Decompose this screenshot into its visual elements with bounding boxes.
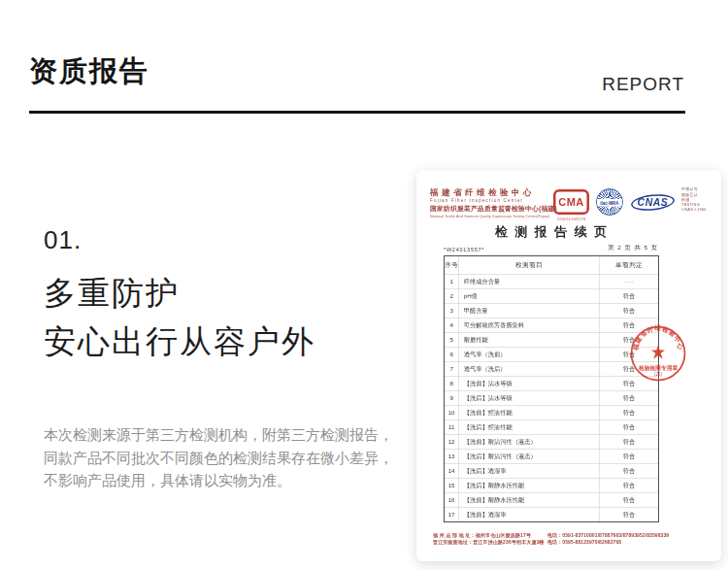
row-index-cell: 16 <box>445 493 459 508</box>
test-item-cell: 透气率（洗后） <box>459 362 600 377</box>
row-index-cell: 14 <box>445 464 459 479</box>
report-paper-wrapper: 福建省纤维检验中心 Fujian Fiber Inspection Center… <box>416 170 721 561</box>
table-row: 2 pH值 符合 <box>445 289 659 304</box>
footer-address-1: 福 州 总 部 地 址：福州市仓山区燎原路17号 <box>433 531 547 539</box>
footer-address-2: 晋江实验室地址：晋江市洪山路236号明丰大厦3楼 <box>433 539 547 547</box>
col-header-test-item: 检测项目 <box>459 256 600 275</box>
report-page-info: 第 2 页 共 5 页 <box>608 244 658 252</box>
page-title: 资质报告 <box>29 52 149 91</box>
stamp-star-icon <box>651 345 665 359</box>
row-index-cell: 1 <box>445 275 459 289</box>
table-row: 13 【洗后】耐沾污性（液态） 符合 <box>445 450 659 464</box>
table-row: 7 透气率（洗后） 符合 <box>445 362 659 377</box>
row-index-cell: 5 <box>445 333 459 348</box>
verdict-cell: 符合 <box>600 289 659 304</box>
cma-certificate-number: 220011348578 <box>553 217 589 221</box>
verdict-cell: 符合 <box>600 406 659 420</box>
intro-description-line3: 不影响产品使用，具体请以实物为准。 <box>44 472 291 488</box>
report-table: 序号 检测项目 单项判定 1 纤维成分含量 ---- 2 pH值 符合 3 甲醛… <box>444 255 659 522</box>
test-item-cell: 【洗后】拒油性能 <box>459 420 600 435</box>
test-item-cell: 【洗前】耐静水压性能 <box>459 493 600 508</box>
table-row: 14 【洗后】透湿率 符合 <box>445 464 659 479</box>
table-header-row: 序号 检测项目 单项判定 <box>445 256 659 275</box>
report-footer: 福 州 总 部 地 址：福州市仓山区燎原路17号 电话：0591-8371080… <box>433 531 708 546</box>
test-item-cell: 耐磨性能 <box>459 333 600 348</box>
row-index-cell: 15 <box>445 479 459 493</box>
report-doc-number: *W24013557* <box>444 247 484 252</box>
verdict-cell: 符合 <box>600 304 659 319</box>
intro-index: 01. <box>44 225 82 255</box>
test-item-cell: 透气率（洗前） <box>459 348 600 362</box>
verdict-cell: 符合 <box>600 493 659 508</box>
test-item-cell: 【洗前】透湿率 <box>459 508 600 522</box>
inspection-seal-stamp: 福建省纤维检验中心 检验检测专用章 (22) <box>629 324 687 383</box>
table-row: 9 【洗后】沾水等级 符合 <box>445 391 659 406</box>
cnas-logo-icon: CNAS <box>631 191 675 214</box>
table-row: 12 【洗前】耐沾污性（液态） 符合 <box>445 435 659 450</box>
row-index-cell: 12 <box>445 435 459 450</box>
test-item-cell: 【洗后】沾水等级 <box>459 391 600 406</box>
intro-description-line1: 本次检测来源于第三方检测机构，附第三方检测报告， <box>44 426 393 443</box>
table-row: 6 透气率（洗前） 符合 <box>445 348 659 362</box>
table-row: 1 纤维成分含量 ---- <box>445 275 659 289</box>
test-item-cell: 纤维成分含量 <box>459 275 600 289</box>
row-index-cell: 3 <box>445 304 459 319</box>
inspection-report-page: 福建省纤维检验中心 Fujian Fiber Inspection Center… <box>416 170 721 561</box>
verdict-cell: 符合 <box>600 450 659 464</box>
footer-phone-1: 电话：0591-83710801/87887663/87893952/83598… <box>547 531 669 539</box>
cnas-label: CNAS <box>631 196 675 208</box>
stamp-number: (22) <box>654 372 663 377</box>
table-row: 3 甲醛含量 符合 <box>445 304 659 319</box>
intro-headline-line2: 安心出行从容户外 <box>44 320 315 364</box>
verdict-cell: 符合 <box>600 508 659 522</box>
table-row: 11 【洗后】拒油性能 符合 <box>445 420 659 435</box>
verdict-cell: ---- <box>600 275 659 289</box>
test-item-cell: pH值 <box>459 289 600 304</box>
verdict-cell: 符合 <box>600 420 659 435</box>
table-row: 17 【洗前】透湿率 符合 <box>445 508 659 522</box>
table-row: 5 耐磨性能 符合 <box>445 333 659 348</box>
test-item-cell: 【洗前】拒油性能 <box>459 406 600 420</box>
test-item-cell: 【洗前】耐沾污性（液态） <box>459 435 600 450</box>
col-header-index: 序号 <box>445 256 459 275</box>
row-index-cell: 13 <box>445 450 459 464</box>
row-index-cell: 6 <box>445 348 459 362</box>
ilac-mra-label: ilac-MRA <box>597 199 622 207</box>
report-meta-row: *W24013557* 第 2 页 共 5 页 <box>444 244 658 252</box>
header-divider <box>29 111 685 114</box>
institute-name-cn: 福建省纤维检验中心 <box>430 186 557 198</box>
table-row: 8 【洗前】沾水等级 符合 <box>445 377 659 391</box>
verdict-cell: 符合 <box>600 391 659 406</box>
report-title: 检测报告续页 <box>444 223 658 241</box>
institute-header: 福建省纤维检验中心 Fujian Fiber Inspection Center… <box>430 186 557 218</box>
test-item-cell: 甲醛含量 <box>459 304 600 319</box>
verdict-cell: 符合 <box>600 464 659 479</box>
test-item-cell: 【洗后】耐静水压性能 <box>459 479 600 493</box>
test-item-cell: 【洗后】透湿率 <box>459 464 600 479</box>
table-row: 4 可分解致癌芳香胺染料 符合 <box>445 319 659 333</box>
cnas-accreditation-text: 中国认可 国际互认 检测 TESTING CNAS L1966 <box>681 187 707 213</box>
institute-center-cn: 国家纺织服装产品质量监督检验中心(福建) <box>430 205 557 214</box>
row-index-cell: 7 <box>445 362 459 377</box>
col-header-verdict: 单项判定 <box>600 256 659 275</box>
row-index-cell: 10 <box>445 406 459 420</box>
table-row: 15 【洗后】耐静水压性能 符合 <box>445 479 659 493</box>
institute-center-en: National Textile And Garment Quality Sup… <box>430 215 557 219</box>
stamp-label: 检验检测专用章 <box>638 364 678 372</box>
row-index-cell: 17 <box>445 508 459 522</box>
test-item-cell: 【洗前】沾水等级 <box>459 377 600 391</box>
verdict-cell: 符合 <box>600 435 659 450</box>
footer-phone-2: 电话：0595-88123970/82682768 <box>547 539 621 547</box>
intro-description: 本次检测来源于第三方检测机构，附第三方检测报告， 同款产品不同批次不同颜色的检测… <box>44 423 393 492</box>
page-subtitle: REPORT <box>602 74 684 95</box>
row-index-cell: 2 <box>445 289 459 304</box>
cma-logo-icon: CMA <box>553 189 589 215</box>
test-item-cell: 【洗后】耐沾污性（液态） <box>459 450 600 464</box>
row-index-cell: 4 <box>445 319 459 333</box>
institute-name-en: Fujian Fiber Inspection Center <box>430 198 557 203</box>
ilac-mra-logo-icon: ilac-MRA <box>596 188 623 216</box>
row-index-cell: 8 <box>445 377 459 391</box>
table-row: 16 【洗前】耐静水压性能 符合 <box>445 493 659 508</box>
intro-description-line2: 同款产品不同批次不同颜色的检测结果存在微小差异， <box>44 450 393 466</box>
test-item-cell: 可分解致癌芳香胺染料 <box>459 319 600 333</box>
